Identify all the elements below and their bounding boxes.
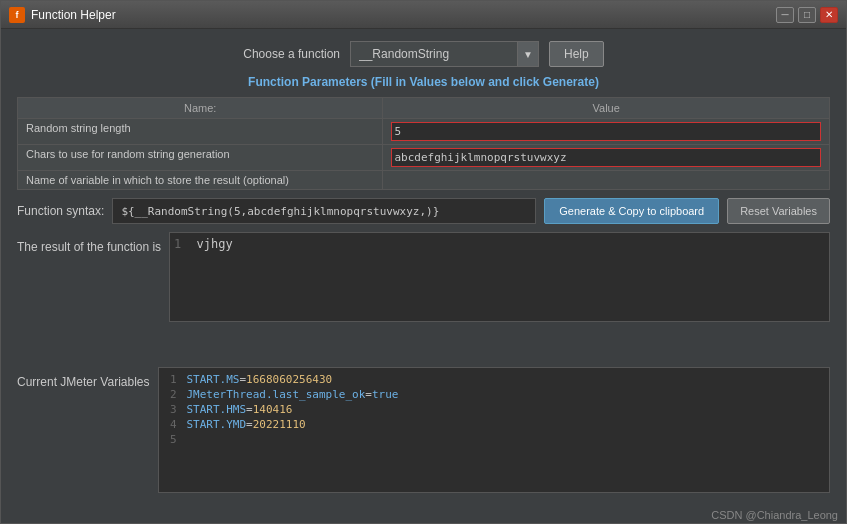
help-button[interactable]: Help	[549, 41, 604, 67]
result-line-num-1: 1	[174, 237, 181, 251]
maximize-button[interactable]: □	[798, 7, 816, 23]
jmeter-var-val-2: 140416	[253, 403, 293, 416]
jmeter-var-name-3: START.YMD	[187, 418, 247, 431]
function-input[interactable]	[350, 41, 517, 67]
jmeter-line-2: 3START.HMS=140416	[163, 402, 826, 417]
params-section-header: Function Parameters (Fill in Values belo…	[17, 75, 830, 89]
syntax-label: Function syntax:	[17, 204, 104, 218]
result-line-1: 1 vjhgy	[174, 237, 825, 251]
name-col-header: Name:	[18, 98, 383, 119]
jmeter-eq-3: =	[246, 418, 253, 431]
jmeter-line-num-2: 3	[163, 403, 177, 416]
param-input-1[interactable]	[391, 148, 821, 167]
jmeter-var-val-0: 1668060256430	[246, 373, 332, 386]
jmeter-line-3: 4START.YMD=20221110	[163, 417, 826, 432]
function-chooser-row: Choose a function ▼ Help	[17, 41, 830, 67]
choose-label: Choose a function	[243, 47, 340, 61]
main-window: f Function Helper ─ □ ✕ Choose a functio…	[0, 0, 847, 524]
main-content: Choose a function ▼ Help Function Parame…	[1, 29, 846, 505]
jmeter-panel: Current JMeter Variables 1START.MS=16680…	[17, 367, 830, 494]
jmeter-area: 1START.MS=16680602564302JMeterThread.las…	[158, 367, 831, 494]
param-value-2[interactable]	[383, 171, 830, 190]
jmeter-line-4: 5	[163, 432, 826, 447]
param-name-1: Chars to use for random string generatio…	[18, 145, 383, 171]
window-title: Function Helper	[31, 8, 776, 22]
result-label: The result of the function is	[17, 232, 161, 254]
jmeter-var-val-3: 20221110	[253, 418, 306, 431]
dropdown-arrow-icon[interactable]: ▼	[517, 41, 539, 67]
value-col-header: Value	[383, 98, 830, 119]
close-button[interactable]: ✕	[820, 7, 838, 23]
jmeter-eq-1: =	[365, 388, 372, 401]
param-input-0[interactable]	[391, 122, 821, 141]
jmeter-var-name-1: JMeterThread.last_sample_ok	[187, 388, 366, 401]
app-icon: f	[9, 7, 25, 23]
param-value-0[interactable]	[383, 119, 830, 145]
jmeter-line-1: 2JMeterThread.last_sample_ok=true	[163, 387, 826, 402]
result-area: 1 vjhgy	[169, 232, 830, 322]
jmeter-eq-2: =	[246, 403, 253, 416]
title-bar: f Function Helper ─ □ ✕	[1, 1, 846, 29]
param-value-1[interactable]	[383, 145, 830, 171]
reset-button[interactable]: Reset Variables	[727, 198, 830, 224]
param-name-2: Name of variable in which to store the r…	[18, 171, 383, 190]
result-panel: The result of the function is 1 vjhgy	[17, 232, 830, 359]
syntax-row: Function syntax: Generate & Copy to clip…	[17, 198, 830, 224]
param-name-0: Random string length	[18, 119, 383, 145]
jmeter-line-num-3: 4	[163, 418, 177, 431]
jmeter-label: Current JMeter Variables	[17, 367, 150, 389]
jmeter-line-num-0: 1	[163, 373, 177, 386]
function-select-wrapper: ▼	[350, 41, 539, 67]
generate-button[interactable]: Generate & Copy to clipboard	[544, 198, 719, 224]
jmeter-var-val-1: true	[372, 388, 399, 401]
jmeter-eq-0: =	[239, 373, 246, 386]
jmeter-line-num-4: 5	[163, 433, 177, 446]
jmeter-line-0: 1START.MS=1668060256430	[163, 372, 826, 387]
syntax-input[interactable]	[112, 198, 536, 224]
jmeter-var-name-0: START.MS	[187, 373, 240, 386]
jmeter-line-num-1: 2	[163, 388, 177, 401]
watermark: CSDN @Chiandra_Leong	[1, 505, 846, 523]
window-controls: ─ □ ✕	[776, 7, 838, 23]
minimize-button[interactable]: ─	[776, 7, 794, 23]
result-value-1: vjhgy	[197, 237, 233, 251]
jmeter-var-name-2: START.HMS	[187, 403, 247, 416]
params-table: Name: Value Random string lengthChars to…	[17, 97, 830, 190]
